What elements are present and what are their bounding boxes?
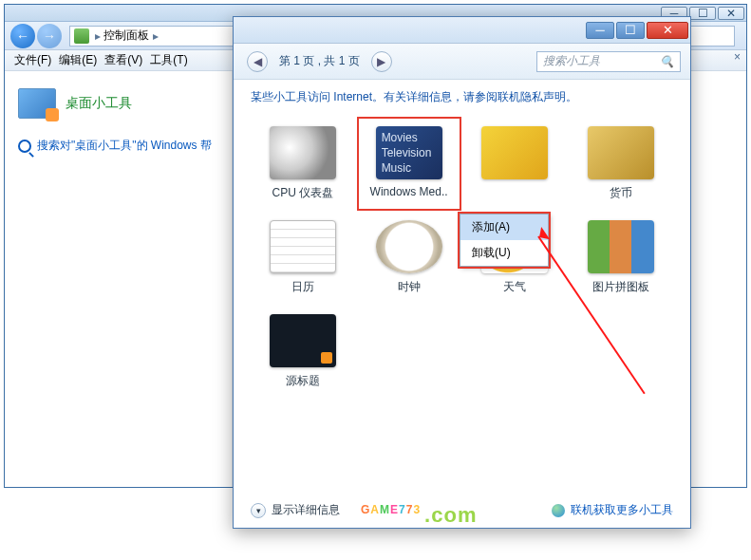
context-menu-uninstall[interactable]: 卸载(U) — [460, 240, 548, 266]
clock-icon — [376, 220, 442, 273]
desktop-gadgets-icon — [18, 88, 56, 119]
feed-headlines-icon — [270, 314, 336, 367]
outer-close-button[interactable]: ✕ — [718, 7, 744, 20]
gadget-slideshow[interactable] — [467, 121, 564, 207]
gadget-clock[interactable]: 时钟 — [361, 215, 458, 301]
currency-icon — [588, 126, 654, 179]
cpu-meter-icon — [270, 126, 336, 179]
address-clear-button[interactable]: × — [734, 50, 741, 64]
watermark: GAME773 .com — [361, 503, 477, 533]
gadget-windows-media-center[interactable]: Movies Television Music Windows Med.. — [361, 121, 458, 207]
forward-button[interactable]: → — [37, 24, 62, 48]
windows-media-center-icon: Movies Television Music — [376, 126, 442, 179]
dialog-titlebar: ─ ☐ ✕ — [234, 17, 690, 44]
menu-tools[interactable]: 工具(T) — [150, 52, 187, 68]
privacy-link[interactable]: 联机隐私声明 — [498, 90, 566, 103]
page-indicator: 第 1 页 , 共 1 页 — [279, 53, 360, 69]
gadget-picture-puzzle[interactable]: 图片拼图板 — [573, 215, 669, 301]
gadget-search-input[interactable]: 搜索小工具 🔍 — [536, 51, 681, 72]
control-panel-icon — [74, 28, 89, 44]
prev-page-button[interactable]: ◀ — [247, 51, 268, 72]
gadget-gallery-dialog: ─ ☐ ✕ ◀ 第 1 页 , 共 1 页 ▶ 搜索小工具 🔍 某些小工具访问 … — [233, 16, 691, 529]
dialog-close-button[interactable]: ✕ — [647, 22, 688, 39]
left-pane: 桌面小工具 搜索对"桌面小工具"的 Windows 帮 — [5, 71, 233, 487]
get-more-gadgets-link[interactable]: 联机获取更多小工具 — [552, 502, 673, 518]
show-details-button[interactable]: ▾ 显示详细信息 — [251, 502, 340, 518]
slideshow-icon — [481, 126, 548, 179]
gadget-calendar[interactable]: 日历 — [254, 215, 351, 301]
dialog-max-button[interactable]: ☐ — [616, 22, 645, 39]
globe-icon — [552, 504, 565, 517]
dialog-nav: ◀ 第 1 页 , 共 1 页 ▶ 搜索小工具 🔍 — [234, 44, 690, 80]
menu-file[interactable]: 文件(F) — [14, 52, 51, 68]
gadget-cpu[interactable]: CPU 仪表盘 — [254, 121, 351, 207]
breadcrumb[interactable]: 控制面板 — [103, 28, 149, 44]
next-page-button[interactable]: ▶ — [371, 51, 392, 72]
search-icon — [18, 140, 31, 153]
search-help-text: 搜索对"桌面小工具"的 Windows 帮 — [37, 138, 212, 154]
gadget-feed-headlines[interactable]: 源标题 — [254, 308, 351, 395]
menu-edit[interactable]: 编辑(E) — [59, 52, 97, 68]
gadget-currency[interactable]: 货币 — [573, 121, 669, 207]
gadget-context-menu: 添加(A) 卸载(U) — [460, 214, 549, 267]
dialog-info-text: 某些小工具访问 Internet。有关详细信息，请参阅联机隐私声明。 — [234, 80, 690, 115]
search-help-link[interactable]: 搜索对"桌面小工具"的 Windows 帮 — [18, 138, 218, 154]
picture-puzzle-icon — [588, 220, 654, 273]
context-menu-add[interactable]: 添加(A) — [460, 215, 548, 240]
search-placeholder: 搜索小工具 — [543, 53, 600, 69]
page-title: 桌面小工具 — [66, 95, 132, 112]
back-button[interactable]: ← — [10, 24, 35, 48]
chevron-down-icon: ▾ — [251, 503, 266, 518]
dialog-min-button[interactable]: ─ — [586, 22, 614, 39]
menu-view[interactable]: 查看(V) — [104, 52, 142, 68]
outer-max-button[interactable]: ☐ — [689, 7, 716, 20]
calendar-icon — [270, 220, 336, 273]
